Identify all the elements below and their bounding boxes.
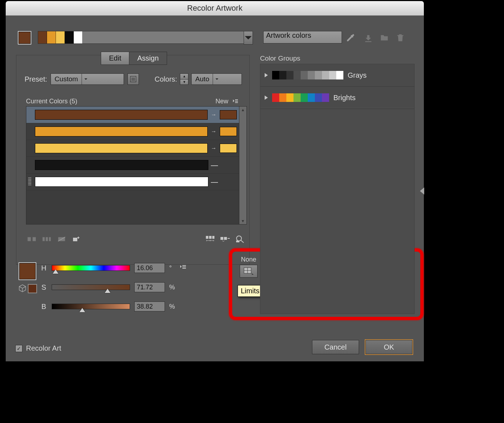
recolor-art-checkbox[interactable]: ✓ Recolor Art (15, 344, 61, 352)
cancel-button[interactable]: Cancel (312, 340, 359, 354)
window-title: Recolor Artwork (187, 4, 242, 12)
colors-dropdown[interactable]: Auto (191, 73, 242, 85)
preset-dropdown[interactable]: Custom (51, 73, 124, 85)
color-mode-menu-icon[interactable] (180, 264, 186, 270)
color-row[interactable]: → (26, 140, 239, 157)
map-arrow-icon[interactable]: → (210, 128, 218, 135)
group-name: Grays (348, 71, 367, 79)
sat-input[interactable]: 71.72 (134, 282, 165, 292)
group-swatches (272, 93, 329, 102)
color-row[interactable]: — (26, 174, 239, 190)
tab-edit[interactable]: Edit (101, 52, 129, 65)
preset-options-icon[interactable] (128, 73, 139, 85)
b-label: B (40, 303, 47, 311)
separate-icon[interactable] (41, 234, 52, 244)
tab-assign[interactable]: Assign (129, 52, 166, 65)
artwork-colors-strip[interactable] (38, 31, 244, 44)
new-color-swatch[interactable] (220, 144, 237, 153)
limit-library-button[interactable] (240, 265, 258, 278)
color-row[interactable]: → (26, 123, 239, 140)
hsb-swatch[interactable] (19, 262, 36, 280)
save-group-icon[interactable] (363, 32, 374, 43)
svg-line-21 (241, 240, 244, 243)
tint-scale-icon[interactable] (204, 234, 216, 244)
panel-collapse-icon[interactable] (420, 187, 424, 195)
hue-unit: ° (169, 264, 176, 272)
h-label: H (40, 264, 47, 272)
row-grip-icon[interactable] (28, 177, 31, 185)
svg-rect-11 (49, 237, 51, 241)
preset-label: Preset: (25, 75, 47, 83)
titlebar: Recolor Artwork (6, 1, 424, 16)
colors-label: Colors: (155, 75, 177, 83)
mode-tabs: Edit Assign (101, 52, 167, 65)
active-color-swatch[interactable] (18, 31, 31, 45)
map-arrow-icon[interactable]: → (210, 145, 218, 151)
color-group-name-input[interactable]: Artwork colors (263, 31, 342, 43)
color-groups-title: Color Groups (260, 55, 300, 62)
svg-rect-8 (32, 237, 36, 241)
map-arrow-icon[interactable]: → (210, 112, 218, 118)
trash-icon[interactable] (395, 32, 406, 43)
new-colors-label: New (215, 98, 228, 105)
eyedropper-icon[interactable] (345, 32, 356, 43)
hue-slider[interactable] (52, 265, 130, 271)
expand-icon[interactable] (265, 96, 268, 100)
color-group-name-text: Artwork colors (266, 31, 311, 39)
scrollbar[interactable]: ▲▼ (239, 107, 246, 224)
colors-stepper[interactable]: ▲▼ (180, 73, 188, 85)
no-map-icon[interactable]: — (211, 161, 218, 169)
find-color-icon[interactable] (234, 234, 246, 244)
svg-rect-16 (209, 236, 212, 239)
color-group-row[interactable]: Brights (260, 87, 414, 109)
current-colors-label: Current Colors (5) (26, 98, 77, 105)
svg-point-20 (237, 236, 241, 241)
svg-rect-19 (224, 237, 227, 240)
svg-rect-17 (212, 236, 214, 239)
svg-rect-15 (206, 236, 208, 239)
new-color-swatch[interactable] (220, 127, 237, 136)
artwork-colors-dropdown[interactable] (244, 31, 253, 45)
sat-unit: % (169, 284, 176, 291)
svg-rect-18 (220, 237, 223, 240)
svg-rect-9 (42, 237, 45, 241)
recolor-artwork-dialog: Recolor Artwork Artwork colors (6, 1, 424, 361)
s-label: S (40, 283, 47, 292)
bri-input[interactable]: 38.82 (134, 301, 165, 311)
current-colors-list: → → → — (26, 106, 247, 225)
color-group-row[interactable]: Grays (260, 64, 414, 87)
color-row[interactable]: — (26, 157, 239, 174)
svg-rect-14 (73, 238, 77, 241)
recolor-art-label: Recolor Art (26, 344, 61, 352)
svg-rect-22 (236, 241, 239, 242)
expand-icon[interactable] (265, 73, 268, 77)
folder-icon[interactable] (379, 32, 390, 43)
color-groups-panel: Grays Brights (260, 64, 415, 314)
sat-slider[interactable] (52, 284, 130, 290)
mini-swatch[interactable] (28, 284, 37, 293)
hue-input[interactable]: 16.06 (134, 263, 165, 273)
exclude-icon[interactable] (56, 234, 67, 244)
color-row[interactable]: → (26, 107, 239, 123)
new-color-swatch[interactable] (220, 110, 237, 119)
bri-unit: % (169, 303, 176, 310)
ok-button[interactable]: OK (365, 340, 412, 354)
no-map-icon[interactable]: — (211, 178, 218, 186)
svg-rect-7 (27, 237, 31, 241)
new-row-icon[interactable] (71, 234, 82, 244)
group-name: Brights (333, 94, 355, 102)
merge-icon[interactable] (26, 234, 37, 244)
limit-library-label: None (237, 256, 260, 263)
preserve-tint-icon[interactable] (219, 234, 231, 244)
bri-slider[interactable] (52, 304, 130, 309)
group-swatches (272, 71, 343, 79)
list-menu-icon[interactable] (233, 98, 238, 104)
svg-rect-10 (46, 237, 48, 241)
cube-icon[interactable] (19, 284, 26, 292)
